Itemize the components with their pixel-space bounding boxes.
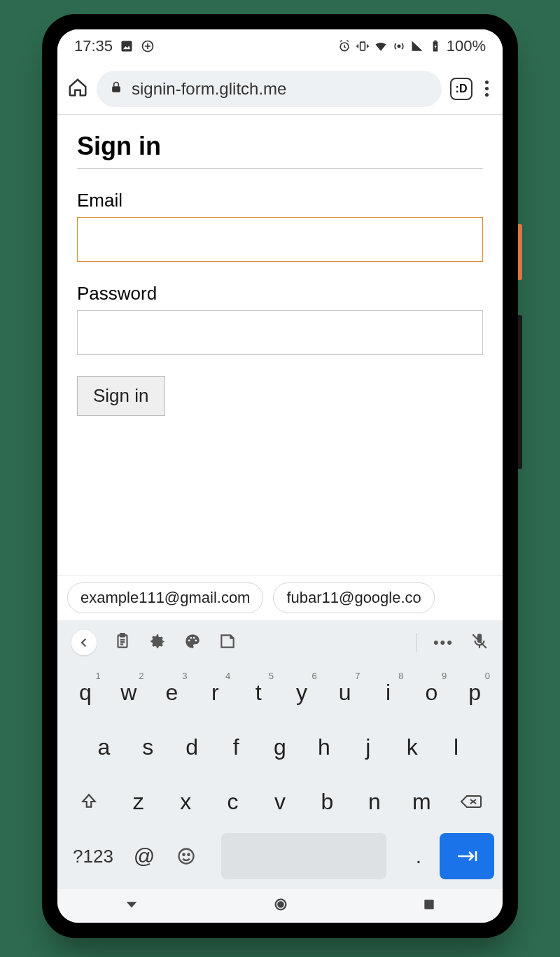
key-w[interactable]: w2 xyxy=(108,669,150,715)
signal-icon xyxy=(410,39,424,53)
nav-home-icon[interactable] xyxy=(273,897,288,915)
enter-key[interactable] xyxy=(440,833,494,879)
autofill-suggestions: example111@gmail.com fubar11@google.co xyxy=(57,575,503,620)
emoji-key[interactable] xyxy=(168,833,204,879)
svg-rect-9 xyxy=(112,86,120,92)
nav-back-icon[interactable] xyxy=(124,897,139,915)
data-saver-icon xyxy=(141,39,155,53)
mic-off-icon[interactable] xyxy=(470,632,489,653)
svg-rect-22 xyxy=(424,900,433,909)
page-title: Sign in xyxy=(77,132,483,169)
alarm-icon xyxy=(337,39,351,53)
svg-point-17 xyxy=(179,849,194,864)
soft-keyboard: ••• q1w2e3r4t5y6u7i8o9p0 asdfghjkl zxcvb… xyxy=(57,620,503,889)
power-button xyxy=(518,224,522,280)
key-g[interactable]: g xyxy=(259,724,302,770)
image-icon xyxy=(120,39,134,53)
period-key[interactable]: . xyxy=(403,833,434,879)
key-f[interactable]: f xyxy=(215,724,258,770)
key-n[interactable]: n xyxy=(351,778,398,825)
key-y[interactable]: y6 xyxy=(281,669,323,715)
password-label: Password xyxy=(77,283,483,305)
key-z[interactable]: z xyxy=(115,778,162,825)
key-b[interactable]: b xyxy=(304,778,351,825)
vibrate-icon xyxy=(356,39,370,53)
browser-toolbar: signin-form.glitch.me :D xyxy=(57,63,503,115)
gear-icon[interactable] xyxy=(148,632,167,653)
url-bar[interactable]: signin-form.glitch.me xyxy=(97,71,442,107)
divider xyxy=(416,633,416,652)
clipboard-icon[interactable] xyxy=(113,632,132,653)
key-e[interactable]: e3 xyxy=(151,669,193,715)
clock: 17:35 xyxy=(74,37,113,55)
suggestion-chip[interactable]: fubar11@google.co xyxy=(273,582,434,613)
svg-rect-11 xyxy=(120,634,125,636)
phone-frame: 17:35 xyxy=(42,14,518,938)
key-r[interactable]: r4 xyxy=(194,669,236,715)
key-d[interactable]: d xyxy=(171,724,214,770)
key-j[interactable]: j xyxy=(346,724,389,770)
key-v[interactable]: v xyxy=(256,778,303,825)
svg-point-13 xyxy=(190,637,192,639)
wifi-icon xyxy=(374,39,388,53)
key-h[interactable]: h xyxy=(302,724,345,770)
battery-icon xyxy=(428,39,442,53)
svg-point-5 xyxy=(398,45,400,47)
key-t[interactable]: t5 xyxy=(237,669,279,715)
url-text: signin-form.glitch.me xyxy=(132,79,286,99)
key-i[interactable]: i8 xyxy=(368,669,410,715)
svg-point-19 xyxy=(188,854,189,855)
key-p[interactable]: p0 xyxy=(454,669,496,715)
password-field[interactable] xyxy=(77,310,483,355)
keyboard-back-icon[interactable] xyxy=(71,630,97,655)
key-o[interactable]: o9 xyxy=(410,669,452,715)
key-u[interactable]: u7 xyxy=(324,669,366,715)
svg-point-12 xyxy=(188,640,190,642)
key-l[interactable]: l xyxy=(435,724,477,770)
key-q[interactable]: q1 xyxy=(64,669,106,715)
svg-point-21 xyxy=(278,902,283,907)
home-icon[interactable] xyxy=(67,77,88,101)
key-x[interactable]: x xyxy=(162,778,209,825)
key-k[interactable]: k xyxy=(391,724,433,770)
key-m[interactable]: m xyxy=(398,778,445,825)
lock-icon xyxy=(109,79,123,99)
symbols-key[interactable]: ?123 xyxy=(66,833,120,879)
palette-icon[interactable] xyxy=(183,632,202,653)
email-label: Email xyxy=(77,190,483,211)
nav-recents-icon[interactable] xyxy=(422,897,436,914)
email-field[interactable] xyxy=(77,217,483,262)
signin-button[interactable]: Sign in xyxy=(77,376,165,416)
key-s[interactable]: s xyxy=(127,724,169,770)
suggestion-chip[interactable]: example111@gmail.com xyxy=(67,582,263,613)
key-a[interactable]: a xyxy=(83,724,125,770)
more-icon[interactable]: ••• xyxy=(433,634,454,652)
svg-rect-4 xyxy=(360,42,365,50)
backspace-key[interactable] xyxy=(447,778,496,825)
screen: 17:35 xyxy=(57,29,503,923)
tabs-button[interactable]: :D xyxy=(450,78,472,100)
overflow-menu-icon[interactable] xyxy=(481,76,493,101)
svg-point-14 xyxy=(193,637,195,639)
android-navbar xyxy=(57,889,503,923)
svg-point-18 xyxy=(183,854,184,855)
shift-key[interactable] xyxy=(64,778,113,825)
svg-rect-7 xyxy=(434,41,436,42)
page-content: Sign in Email Password Sign in xyxy=(57,115,503,575)
space-key[interactable] xyxy=(221,833,386,879)
hotspot-icon xyxy=(392,39,406,53)
key-c[interactable]: c xyxy=(209,778,256,825)
volume-button xyxy=(518,315,522,469)
svg-point-15 xyxy=(195,640,197,642)
svg-rect-0 xyxy=(122,41,132,52)
battery-percent: 100% xyxy=(447,37,486,55)
status-bar: 17:35 xyxy=(57,29,503,63)
sticker-icon[interactable] xyxy=(218,632,237,653)
at-key[interactable]: @ xyxy=(126,833,162,879)
